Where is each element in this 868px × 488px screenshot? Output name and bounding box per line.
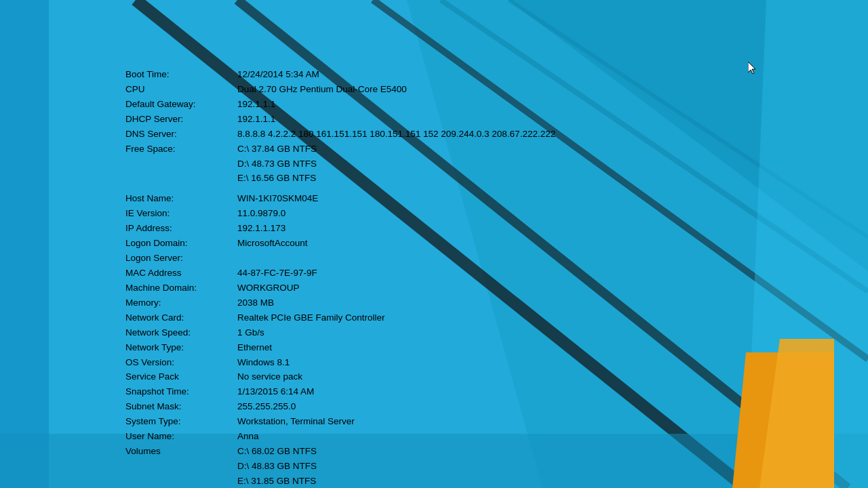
value-free-space-d: D:\ 48.73 GB NTFS (237, 157, 317, 171)
label-user-name: User Name: (125, 430, 237, 444)
row-volumes: Volumes C:\ 68.02 GB NTFS (125, 445, 555, 459)
value-machine-domain: WORKGROUP (237, 281, 300, 296)
value-network-speed: 1 Gb/s (237, 326, 264, 340)
value-memory: 2038 MB (237, 296, 274, 310)
label-service-pack: Service Pack (125, 370, 237, 384)
row-mac-address: MAC Address 44-87-FC-7E-97-9F (125, 266, 555, 281)
label-os-version: OS Version: (125, 356, 237, 370)
label-free-space: Free Space: (125, 142, 237, 157)
svg-rect-9 (0, 0, 49, 488)
value-free-space-e: E:\ 16.56 GB NTFS (237, 171, 316, 186)
value-ip-address: 192.1.1.173 (237, 222, 285, 236)
row-network-speed: Network Speed: 1 Gb/s (125, 326, 555, 340)
row-logon-server: Logon Server: (125, 251, 555, 266)
desktop: Boot Time: 12/24/2014 5:34 AM CPU Dual 2… (0, 0, 868, 488)
row-subnet-mask: Subnet Mask: 255.255.255.0 (125, 400, 555, 414)
value-dhcp-server: 192.1.1.1 (237, 113, 275, 127)
row-default-gateway: Default Gateway: 192.1.1.1 (125, 98, 555, 112)
value-boot-time: 12/24/2014 5:34 AM (237, 68, 319, 82)
row-free-space-e: E:\ 16.56 GB NTFS (125, 171, 555, 186)
value-user-name: Anna (237, 430, 259, 444)
label-subnet-mask: Subnet Mask: (125, 400, 237, 414)
row-host-name: Host Name: WIN-1KI70SKM04E (125, 192, 555, 206)
value-volumes-c: C:\ 68.02 GB NTFS (237, 445, 317, 459)
row-ie-version: IE Version: 11.0.9879.0 (125, 207, 555, 221)
value-host-name: WIN-1KI70SKM04E (237, 192, 318, 206)
label-ip-address: IP Address: (125, 222, 237, 236)
row-user-name: User Name: Anna (125, 430, 555, 444)
value-service-pack: No service pack (237, 370, 302, 384)
value-logon-domain: MicrosoftAccount (237, 237, 308, 251)
value-volumes-e: E:\ 31.85 GB NTFS (237, 474, 316, 488)
row-snapshot-time: Snapshot Time: 1/13/2015 6:14 AM (125, 385, 555, 399)
label-machine-domain: Machine Domain: (125, 281, 237, 296)
label-volumes-d (125, 460, 237, 474)
label-memory: Memory: (125, 296, 237, 310)
spacer-1 (125, 186, 555, 192)
row-machine-domain: Machine Domain: WORKGROUP (125, 281, 555, 296)
row-memory: Memory: 2038 MB (125, 296, 555, 310)
row-os-version: OS Version: Windows 8.1 (125, 356, 555, 370)
label-logon-domain: Logon Domain: (125, 237, 237, 251)
row-dns-server: DNS Server: 8.8.8.8 4.2.2.2 180.161.151.… (125, 127, 555, 142)
value-system-type: Workstation, Terminal Server (237, 415, 355, 429)
label-default-gateway: Default Gateway: (125, 98, 237, 112)
label-network-speed: Network Speed: (125, 326, 237, 340)
row-logon-domain: Logon Domain: MicrosoftAccount (125, 237, 555, 251)
value-snapshot-time: 1/13/2015 6:14 AM (237, 385, 314, 399)
label-free-space-e (125, 171, 237, 186)
label-system-type: System Type: (125, 415, 237, 429)
label-volumes: Volumes (125, 445, 237, 459)
info-panel: Boot Time: 12/24/2014 5:34 AM CPU Dual 2… (125, 68, 555, 488)
label-boot-time: Boot Time: (125, 68, 237, 82)
row-boot-time: Boot Time: 12/24/2014 5:34 AM (125, 68, 555, 82)
row-cpu: CPU Dual 2.70 GHz Pentium Dual-Core E540… (125, 83, 555, 97)
label-cpu: CPU (125, 83, 237, 97)
label-mac-address: MAC Address (125, 266, 237, 281)
label-free-space-d (125, 157, 237, 171)
label-network-type: Network Type: (125, 341, 237, 355)
label-network-card: Network Card: (125, 311, 237, 325)
row-free-space-d: D:\ 48.73 GB NTFS (125, 157, 555, 171)
row-volumes-e: E:\ 31.85 GB NTFS (125, 474, 555, 488)
label-logon-server: Logon Server: (125, 251, 237, 266)
row-network-card: Network Card: Realtek PCIe GBE Family Co… (125, 311, 555, 325)
label-host-name: Host Name: (125, 192, 237, 206)
value-mac-address: 44-87-FC-7E-97-9F (237, 266, 317, 281)
value-network-type: Ethernet (237, 341, 272, 355)
row-free-space: Free Space: C:\ 37.84 GB NTFS (125, 142, 555, 157)
value-dns-server: 8.8.8.8 4.2.2.2 180.161.151.151 180.151.… (237, 127, 555, 142)
label-dns-server: DNS Server: (125, 127, 237, 142)
label-dhcp-server: DHCP Server: (125, 113, 237, 127)
row-dhcp-server: DHCP Server: 192.1.1.1 (125, 113, 555, 127)
row-network-type: Network Type: Ethernet (125, 341, 555, 355)
value-subnet-mask: 255.255.255.0 (237, 400, 296, 414)
label-snapshot-time: Snapshot Time: (125, 385, 237, 399)
label-ie-version: IE Version: (125, 207, 237, 221)
row-ip-address: IP Address: 192.1.1.173 (125, 222, 555, 236)
row-system-type: System Type: Workstation, Terminal Serve… (125, 415, 555, 429)
value-network-card: Realtek PCIe GBE Family Controller (237, 311, 385, 325)
row-service-pack: Service Pack No service pack (125, 370, 555, 384)
value-os-version: Windows 8.1 (237, 356, 290, 370)
value-free-space-c: C:\ 37.84 GB NTFS (237, 142, 317, 157)
value-volumes-d: D:\ 48.83 GB NTFS (237, 460, 317, 474)
row-volumes-d: D:\ 48.83 GB NTFS (125, 460, 555, 474)
value-cpu: Dual 2.70 GHz Pentium Dual-Core E5400 (237, 83, 407, 97)
value-ie-version: 11.0.9879.0 (237, 207, 285, 221)
value-default-gateway: 192.1.1.1 (237, 98, 275, 112)
label-volumes-e (125, 474, 237, 488)
